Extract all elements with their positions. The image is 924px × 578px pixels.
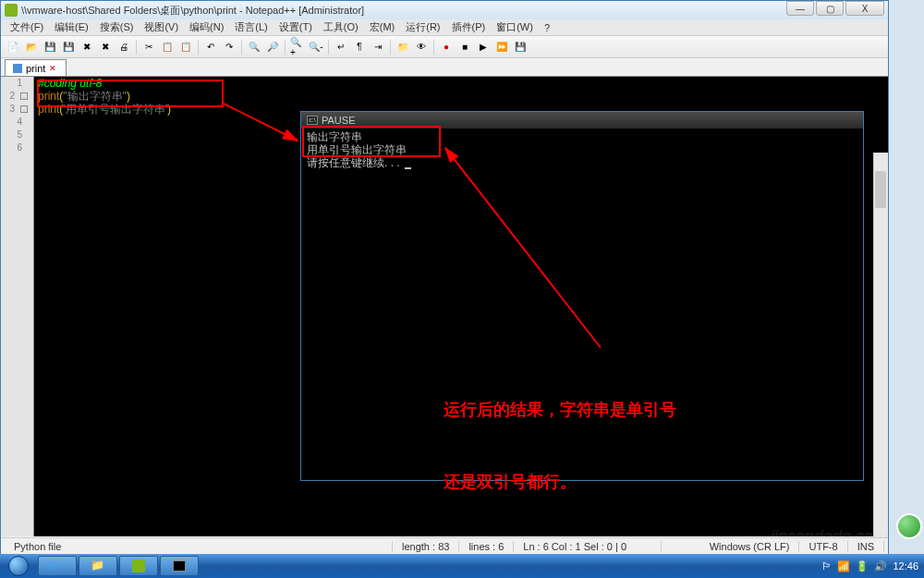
windows-taskbar: e 📁 🏳 📶 🔋 🔊 12:46 [0,554,924,578]
menu-macro[interactable]: 宏(M) [364,19,401,35]
watermark: jincandede.com [771,527,887,547]
menubar: 文件(F) 编辑(E) 搜索(S) 视图(V) 编码(N) 语言(L) 设置(T… [1,19,888,36]
menu-tools[interactable]: 工具(O) [318,19,364,35]
copy-icon[interactable]: 📋 [159,39,176,55]
invisible-chars-icon[interactable]: ¶ [351,39,368,55]
menu-view[interactable]: 视图(V) [139,19,184,35]
play-icon[interactable]: ▶ [475,39,492,55]
line-number: 3- [1,103,33,116]
tab-print[interactable]: print ✕ [5,59,67,76]
close-file-icon[interactable]: ✖ [79,39,95,55]
stop-icon[interactable]: ■ [456,39,473,55]
tabbar: print ✕ [1,58,888,77]
vertical-scrollbar[interactable] [873,153,888,578]
window-controls: — ▢ X [786,1,884,16]
annotation-line-2: 还是双引号都行。 [444,470,676,494]
zoom-in-icon[interactable]: 🔍+ [289,39,306,55]
line-number: 5 [1,129,33,141]
menu-run[interactable]: 运行(R) [400,19,445,35]
taskbar-item-ie[interactable]: e [38,556,77,576]
new-file-icon[interactable]: 📄 [5,39,21,55]
zoom-out-icon[interactable]: 🔍- [308,39,324,55]
play-multi-icon[interactable]: ⏩ [493,39,510,55]
save-all-icon[interactable]: 💾 [60,39,77,55]
cursor-icon [405,167,411,169]
save-icon[interactable]: 💾 [42,39,58,55]
paste-icon[interactable]: 📋 [177,39,194,55]
ie-icon: e [50,559,65,573]
menu-search[interactable]: 搜索(S) [94,19,140,35]
separator [433,40,434,55]
tray-network-icon[interactable]: 📶 [837,560,850,572]
separator [390,40,391,55]
separator [198,40,199,55]
status-lines: lines : 6 [459,541,514,552]
status-position: Ln : 6 Col : 1 Sel : 0 | 0 [514,541,662,552]
scroll-thumb[interactable] [875,171,886,208]
statusbar: Python file length : 83 lines : 6 Ln : 6… [1,537,888,554]
taskbar-item-notepadpp[interactable] [119,556,158,576]
maximize-button[interactable]: ▢ [816,1,844,16]
print-icon[interactable]: 🖨 [116,39,132,55]
code-line-2: print("输出字符串") [38,90,884,103]
cmd-icon [173,560,186,572]
line-number: 6 [1,141,33,154]
menu-language[interactable]: 语言(L) [229,19,273,35]
close-button[interactable]: X [845,1,884,16]
redo-icon[interactable]: ↷ [221,39,237,55]
menu-plugins[interactable]: 插件(P) [446,19,492,35]
menu-help[interactable]: ? [539,21,555,34]
console-titlebar[interactable]: c:\ PAUSE [301,112,863,129]
console-line: 用单引号输出字符串 [307,143,857,156]
annotation-line-1: 运行后的结果，字符串是单引号 [444,398,676,422]
separator [241,40,242,55]
taskbar-item-cmd[interactable] [160,556,199,576]
tray-clock[interactable]: 12:46 [893,560,918,572]
status-length: length : 83 [393,541,459,552]
menu-settings[interactable]: 设置(T) [274,19,318,35]
floating-action-button[interactable] [896,513,922,539]
wordwrap-icon[interactable]: ↵ [333,39,349,55]
tab-label: print [26,63,45,74]
find-icon[interactable]: 🔍 [246,39,262,55]
start-button[interactable] [0,554,37,578]
notepadpp-icon [132,560,145,572]
menu-edit[interactable]: 编辑(E) [49,19,94,35]
separator [136,40,137,55]
replace-icon[interactable]: 🔎 [264,39,281,55]
line-gutter: 1 2- 3- 4 5 6 [1,77,34,536]
tray-battery-icon[interactable]: 🔋 [856,560,869,572]
monitor-icon[interactable]: 👁 [413,39,430,55]
save-macro-icon[interactable]: 💾 [512,39,529,55]
undo-icon[interactable]: ↶ [202,39,219,55]
line-number: 2- [1,90,33,103]
line-number: 1 [1,77,33,90]
menu-window[interactable]: 窗口(W) [491,19,539,35]
separator [328,40,329,55]
tray-sound-icon[interactable]: 🔊 [874,560,887,572]
console-icon: c:\ [307,116,318,125]
console-line: 输出字符串 [307,130,857,143]
folder-icon: 📁 [91,559,105,573]
menu-encoding[interactable]: 编码(N) [184,19,229,35]
record-icon[interactable]: ● [438,39,455,55]
separator [285,40,286,55]
console-title-text: PAUSE [322,115,355,126]
console-line: 请按任意键继续. . . [307,156,857,169]
taskbar-item-explorer[interactable]: 📁 [79,556,117,576]
status-filetype: Python file [5,541,393,552]
tray-flag-icon[interactable]: 🏳 [821,560,832,572]
console-output: 输出字符串 用单引号输出字符串 请按任意键继续. . . [301,129,863,171]
system-tray: 🏳 📶 🔋 🔊 12:46 [816,560,924,572]
indent-icon[interactable]: ⇥ [370,39,386,55]
annotation-text: 运行后的结果，字符串是单引号 还是双引号都行。 [444,350,676,518]
cut-icon[interactable]: ✂ [140,39,157,55]
menu-file[interactable]: 文件(F) [5,19,49,35]
tab-close-icon[interactable]: ✕ [49,64,58,73]
close-all-icon[interactable]: ✖ [97,39,114,55]
folder-icon[interactable]: 📁 [395,39,411,55]
minimize-button[interactable]: — [786,1,814,16]
open-file-icon[interactable]: 📂 [23,39,40,55]
toolbar: 📄 📂 💾 💾 ✖ ✖ 🖨 ✂ 📋 📋 ↶ ↷ 🔍 🔎 🔍+ 🔍- ↵ ¶ ⇥ … [1,36,888,58]
titlebar[interactable]: \\vmware-host\Shared Folders\桌面\python\p… [1,1,888,19]
